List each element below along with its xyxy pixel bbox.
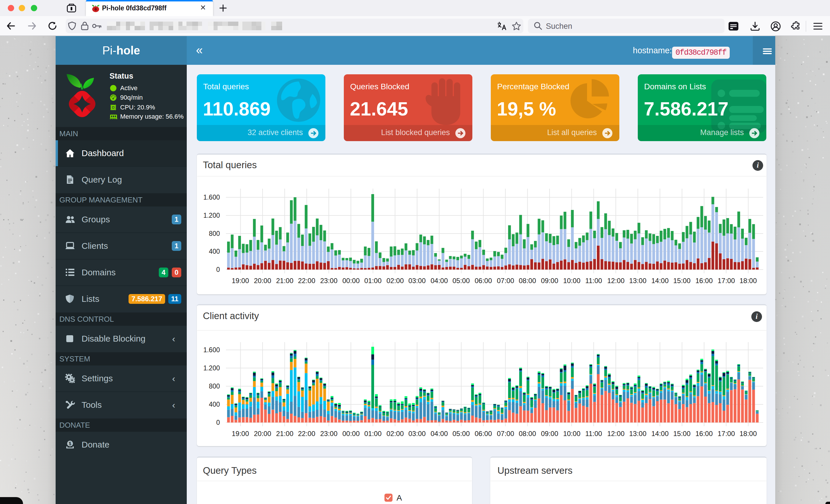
svg-text:23:00: 23:00 (320, 430, 338, 437)
svg-text:04:00: 04:00 (430, 430, 448, 437)
svg-text:00:00: 00:00 (342, 277, 360, 284)
svg-text:05:00: 05:00 (452, 430, 470, 437)
svg-text:20:00: 20:00 (254, 277, 271, 284)
svg-text:07:00: 07:00 (497, 277, 514, 284)
svg-text:19:00: 19:00 (232, 430, 249, 437)
svg-text:17:00: 17:00 (717, 430, 735, 437)
svg-text:14:00: 14:00 (651, 277, 669, 284)
svg-text:11:00: 11:00 (585, 277, 602, 284)
svg-text:18:00: 18:00 (739, 430, 757, 437)
svg-text:06:00: 06:00 (475, 277, 492, 284)
svg-text:17:00: 17:00 (717, 277, 735, 284)
svg-text:0: 0 (216, 419, 220, 426)
svg-text:02:00: 02:00 (386, 277, 404, 284)
svg-text:18:00: 18:00 (739, 277, 757, 284)
svg-text:0: 0 (216, 266, 220, 273)
svg-text:21:00: 21:00 (276, 430, 293, 437)
svg-text:23:00: 23:00 (320, 277, 338, 284)
svg-text:14:00: 14:00 (651, 430, 669, 437)
svg-text:400: 400 (209, 248, 220, 255)
svg-text:01:00: 01:00 (364, 430, 382, 437)
svg-text:12:00: 12:00 (607, 430, 625, 437)
svg-text:11:00: 11:00 (585, 430, 602, 437)
svg-text:16:00: 16:00 (695, 430, 713, 437)
svg-text:800: 800 (209, 230, 220, 237)
svg-text:19:00: 19:00 (232, 277, 249, 284)
svg-text:01:00: 01:00 (364, 277, 382, 284)
svg-text:1.600: 1.600 (203, 194, 220, 201)
svg-text:20:00: 20:00 (254, 430, 271, 437)
svg-text:1.200: 1.200 (203, 212, 220, 219)
svg-text:$: $ (69, 441, 71, 446)
svg-text:22:00: 22:00 (298, 277, 315, 284)
svg-text:16:00: 16:00 (695, 277, 713, 284)
svg-text:10:00: 10:00 (563, 430, 580, 437)
svg-text:05:00: 05:00 (452, 277, 470, 284)
svg-text:13:00: 13:00 (629, 430, 646, 437)
svg-text:03:00: 03:00 (408, 430, 426, 437)
svg-text:06:00: 06:00 (475, 430, 492, 437)
svg-text:00:00: 00:00 (342, 430, 360, 437)
svg-text:1.200: 1.200 (203, 364, 220, 372)
svg-text:13:00: 13:00 (629, 277, 646, 284)
svg-text:12:00: 12:00 (607, 277, 625, 284)
svg-text:07:00: 07:00 (497, 430, 514, 437)
svg-text:08:00: 08:00 (519, 430, 536, 437)
svg-text:09:00: 09:00 (541, 430, 558, 437)
svg-text:800: 800 (209, 382, 220, 390)
svg-text:22:00: 22:00 (298, 430, 315, 437)
svg-text:10:00: 10:00 (563, 277, 580, 284)
svg-text:08:00: 08:00 (519, 277, 536, 284)
svg-text:1.600: 1.600 (203, 346, 220, 354)
svg-text:21:00: 21:00 (276, 277, 293, 284)
svg-text:02:00: 02:00 (386, 430, 404, 437)
svg-text:03:00: 03:00 (408, 277, 426, 284)
svg-text:09:00: 09:00 (541, 277, 558, 284)
svg-text:400: 400 (209, 401, 220, 408)
svg-text:15:00: 15:00 (673, 277, 691, 284)
svg-text:15:00: 15:00 (673, 430, 691, 437)
svg-text:04:00: 04:00 (430, 277, 448, 284)
